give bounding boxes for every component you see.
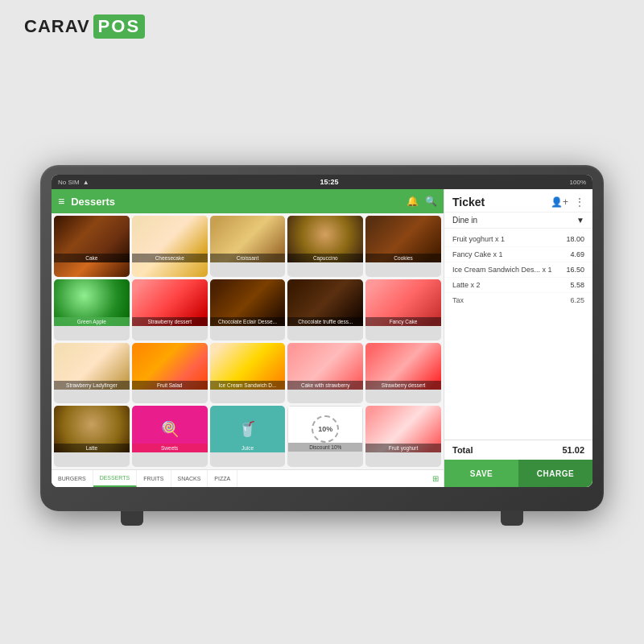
brand-pos: POS (93, 14, 145, 39)
search-icon[interactable]: 🔍 (425, 196, 437, 207)
ticket-row-fruityoghurt: Fruit yoghurt x 1 18.00 (444, 232, 592, 247)
menu-item-latte[interactable]: Latte (54, 406, 130, 467)
charge-button[interactable]: CHARGE (518, 460, 592, 487)
menu-item-chocolate-eclair[interactable]: Chocolate Eclair Desse... (210, 279, 286, 341)
menu-item-greenapple[interactable]: Green Apple (54, 279, 130, 341)
ticket-items: Fruit yoghurt x 1 18.00 Fancy Cake x 1 4… (444, 229, 592, 440)
ticket-header-icons: 👤+ ⋮ (551, 196, 584, 208)
menu-grid: Cake Cheesecake Croissant (52, 213, 444, 469)
status-bar: No SIM ▲ 15:25 100% (52, 175, 592, 189)
ticket-item-price: 5.58 (570, 281, 584, 289)
menu-item-cakestraw[interactable]: Cake with strawberry (287, 343, 363, 404)
category-title: Desserts (71, 196, 400, 208)
menu-item-ladyfinger[interactable]: Strawberry Ladyfinger (54, 343, 130, 404)
menu-item-croissant[interactable]: Croissant (210, 216, 286, 277)
dine-dropdown-icon: ▼ (576, 216, 584, 225)
app-area: ≡ Desserts 🔔 🔍 Cake (52, 189, 592, 487)
ticket-dine-option[interactable]: Dine in ▼ (444, 213, 592, 229)
status-bar-left: No SIM ▲ (58, 179, 89, 186)
total-label: Total (452, 445, 473, 455)
ticket-title: Ticket (452, 196, 485, 208)
category-bar: BURGERS DESSERTS FRUITS SNACKS PIZZA ⊞ (52, 469, 444, 487)
ticket-buttons: SAVE CHARGE (444, 460, 592, 487)
menu-panel: ≡ Desserts 🔔 🔍 Cake (52, 189, 444, 487)
menu-item-cake[interactable]: Cake (54, 216, 130, 277)
category-desserts[interactable]: DESSERTS (93, 470, 138, 487)
menu-item-strawdessert2[interactable]: Strawberry dessert (365, 343, 441, 404)
category-burgers[interactable]: BURGERS (52, 470, 93, 487)
dine-label: Dine in (452, 216, 477, 225)
menu-item-strawberry-dessert[interactable]: Strawberry dessert (132, 279, 208, 341)
bell-icon[interactable]: 🔔 (407, 196, 419, 207)
ticket-row-icecream: Ice Cream Sandwich Des... x 1 16.50 (444, 262, 592, 278)
ticket-item-name: Fruit yoghurt x 1 (452, 235, 566, 243)
more-options-icon[interactable]: ⋮ (575, 196, 584, 208)
menu-item-icecream[interactable]: Ice Cream Sandwich D... (210, 343, 286, 404)
menu-item-chocolate-truffle[interactable]: Chocolate truffle dess... (287, 279, 363, 341)
brand-carav: CARAV (24, 16, 90, 37)
menu-item-discount[interactable]: 10% Discount 10% (287, 406, 363, 467)
ticket-header: Ticket 👤+ ⋮ (444, 189, 592, 213)
ticket-item-price: 16.50 (566, 266, 584, 274)
add-person-icon[interactable]: 👤+ (551, 196, 568, 208)
tax-value: 6.25 (570, 296, 584, 304)
total-value: 51.02 (562, 445, 584, 455)
menu-item-fruityoghurt[interactable]: Fruit yoghurt (365, 406, 441, 467)
menu-item-sweets[interactable]: 🍭 Sweets (132, 406, 208, 467)
hamburger-icon[interactable]: ≡ (58, 195, 64, 208)
menu-item-fruitsalad[interactable]: Fruit Salad (132, 343, 208, 404)
sim-status: No SIM (58, 179, 80, 186)
battery-status: 100% (570, 179, 586, 186)
wifi-icon: ▲ (83, 179, 89, 186)
tax-label: Tax (452, 296, 464, 304)
menu-item-juice[interactable]: 🥤 Juice (210, 406, 286, 467)
tablet-foot-right (501, 511, 523, 526)
ticket-item-price: 18.00 (566, 235, 584, 243)
category-pizza[interactable]: PIZZA (208, 470, 237, 487)
top-bar-actions: 🔔 🔍 (407, 196, 437, 207)
ticket-row-latte: Latte x 2 5.58 (444, 278, 592, 293)
brand-header: CARAV POS (24, 14, 145, 39)
status-time: 15:25 (320, 178, 339, 186)
ticket-row-fancycake: Fancy Cake x 1 4.69 (444, 247, 592, 262)
ticket-item-name: Ice Cream Sandwich Des... x 1 (452, 266, 566, 274)
menu-item-fancy-cake[interactable]: Fancy Cake (365, 279, 441, 341)
ticket-item-name: Fancy Cake x 1 (452, 250, 570, 258)
tablet-screen: No SIM ▲ 15:25 100% ≡ Desserts 🔔 🔍 (52, 175, 592, 487)
ticket-total-row: Total 51.02 (444, 440, 592, 460)
menu-item-cookies[interactable]: Cookies (365, 216, 441, 277)
ticket-item-price: 4.69 (570, 250, 584, 258)
menu-item-cheesecake[interactable]: Cheesecake (132, 216, 208, 277)
top-bar: ≡ Desserts 🔔 🔍 (52, 189, 444, 213)
category-snacks[interactable]: SNACKS (171, 470, 208, 487)
tablet-frame: No SIM ▲ 15:25 100% ≡ Desserts 🔔 🔍 (40, 165, 604, 511)
tablet-foot-left (121, 511, 143, 526)
ticket-item-name: Latte x 2 (452, 281, 570, 289)
save-button[interactable]: SAVE (444, 460, 518, 487)
category-fruits[interactable]: FRUITS (137, 470, 171, 487)
menu-item-cappuccino[interactable]: Capuccino (287, 216, 363, 277)
ticket-tax-row: Tax 6.25 (444, 293, 592, 308)
grid-view-icon[interactable]: ⊞ (427, 474, 444, 483)
ticket-panel: Ticket 👤+ ⋮ Dine in ▼ Fruit yoghurt x 1 … (444, 189, 592, 487)
